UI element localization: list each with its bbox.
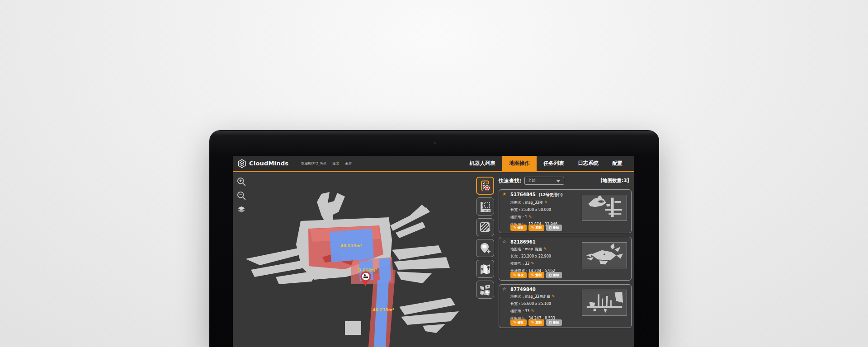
area-label-large-room: 40.519m² (340, 244, 362, 248)
filter-dropdown-value: 全部 (528, 178, 536, 183)
map-count-label: 【地图数量:3】 (598, 178, 632, 184)
edit-map-button[interactable]: ✎修改 (510, 272, 527, 278)
tab-config[interactable]: 配置 (605, 156, 629, 171)
main-content: 40.519m² 8.614m² 40.215m² (233, 172, 634, 347)
map-card[interactable]: ☆ 82186961 地图名：map_腿腿✎ 长宽：23.200 x 22.90… (499, 237, 632, 281)
copy-icon: ✎ (531, 225, 535, 230)
tool-measure-area-button[interactable] (476, 197, 494, 216)
map-thumbnail (582, 242, 627, 268)
edit-map-button[interactable]: ✎修改 (510, 319, 527, 326)
brand-logo: CloudMinds (233, 159, 288, 168)
edit-icon: ✎ (513, 273, 517, 277)
card-actions: ✎修改 ✎复制 删除 (510, 319, 562, 326)
edit-icon: ✎ (513, 320, 517, 325)
brand-name: CloudMinds (249, 160, 288, 167)
tool-add-location-pin-button[interactable] (476, 239, 494, 257)
add-location-pin-icon (479, 242, 491, 254)
edit-name-icon[interactable]: ✎ (544, 200, 548, 205)
card-actions: ✎修改 ✎复制 删除 (510, 272, 562, 278)
trash-icon (549, 273, 552, 277)
delete-map-button[interactable]: 删除 (546, 225, 562, 231)
delete-map-button[interactable]: 删除 (546, 272, 562, 278)
map-id: 87749840 (510, 287, 536, 292)
quick-search-label: 快速查找: (499, 178, 522, 184)
edit-name-icon[interactable]: ✎ (552, 294, 555, 299)
copy-icon: ✎ (531, 320, 535, 325)
tab-map-operation[interactable]: 地图操作 (502, 156, 537, 171)
map-id: 51764845 (510, 192, 536, 197)
panel-header: 快速查找: 全部 【地图数量:3】 (499, 176, 632, 186)
card-actions: ✎修改 ✎复制 删除 (510, 225, 562, 231)
favorite-star-icon[interactable]: ☆ (502, 286, 506, 291)
copy-map-button[interactable]: ✎复制 (528, 225, 545, 231)
session-info: 欢迎BJDT2_Test 退出 全屏 (301, 161, 352, 166)
edit-floor-icon[interactable]: ✎ (531, 261, 534, 266)
tab-log-system[interactable]: 日志系统 (571, 156, 605, 171)
trash-icon (549, 226, 552, 230)
edit-icon: ✎ (513, 225, 517, 230)
tab-task-list[interactable]: 任务列表 (537, 156, 571, 171)
map-thumbnail (582, 195, 627, 221)
tool-add-hatched-region-button[interactable] (476, 218, 494, 236)
tool-task-list-pin-button[interactable] (476, 177, 494, 195)
copy-map-button[interactable]: ✎复制 (528, 272, 545, 278)
zoom-in-icon[interactable] (236, 177, 246, 187)
fullscreen-link[interactable]: 全屏 (345, 161, 352, 166)
slam-map-canvas[interactable]: 40.519m² 8.614m² 40.215m² (233, 172, 475, 347)
app-screen: CloudMinds 欢迎BJDT2_Test 退出 全屏 机器人列表 地图操作… (233, 156, 634, 347)
top-navbar: CloudMinds 欢迎BJDT2_Test 退出 全屏 机器人列表 地图操作… (233, 156, 634, 172)
trash-icon (549, 321, 552, 324)
edit-map-button[interactable]: ✎修改 (510, 225, 527, 231)
webcam-dot (434, 142, 436, 144)
map-id: 82186961 (510, 239, 536, 244)
delete-map-button[interactable]: 删除 (546, 319, 562, 326)
copy-map-button[interactable]: ✎复制 (528, 319, 545, 326)
map-card[interactable]: ☆ 87749840 地图名：map_33层走廊✎ 长宽：56.600 x 25… (499, 284, 632, 328)
map-list-panel: 快速查找: 全部 【地图数量:3】 ★ 51764845 (12号使用中) 地图… (499, 176, 632, 328)
map-upload-icon (479, 284, 491, 295)
add-hatched-region-icon (479, 221, 491, 233)
map-card[interactable]: ★ 51764845 (12号使用中) 地图名：map_33楼✎ 长宽：25.4… (499, 189, 632, 233)
map-zoom-controls (236, 177, 246, 215)
tool-map-upload-button[interactable] (476, 281, 494, 299)
filter-dropdown[interactable]: 全部 (524, 177, 564, 185)
logout-link[interactable]: 退出 (332, 161, 339, 166)
copy-icon: ✎ (531, 273, 535, 277)
edit-floor-icon[interactable]: ✎ (531, 309, 534, 313)
cloudminds-hexagon-cube-icon (237, 159, 246, 168)
layers-icon[interactable] (236, 205, 246, 215)
edit-floor-icon[interactable]: ✎ (528, 215, 532, 219)
laptop-frame: CloudMinds 欢迎BJDT2_Test 退出 全屏 机器人列表 地图操作… (209, 130, 659, 347)
map-thumbnail (582, 290, 627, 316)
map-in-use-badge: (12号使用中) (538, 192, 563, 197)
measure-area-icon (479, 201, 491, 212)
zoom-out-icon[interactable] (236, 191, 246, 201)
favorite-star-icon[interactable]: ★ (502, 192, 506, 197)
map-marker-icon (479, 263, 491, 275)
area-label-corridor: 40.215m² (373, 308, 394, 312)
tool-map-marker-button[interactable] (476, 260, 494, 278)
map-toolbar (476, 177, 494, 299)
nav-tabs: 机器人列表 地图操作 任务列表 日志系统 配置 (463, 156, 634, 171)
edit-name-icon[interactable]: ✎ (543, 247, 547, 251)
robot-position-marker[interactable] (361, 272, 370, 286)
favorite-star-icon[interactable]: ☆ (502, 239, 506, 244)
task-list-pin-icon (479, 180, 491, 192)
tab-robot-list[interactable]: 机器人列表 (463, 156, 503, 171)
welcome-text: 欢迎BJDT2_Test (301, 161, 326, 166)
